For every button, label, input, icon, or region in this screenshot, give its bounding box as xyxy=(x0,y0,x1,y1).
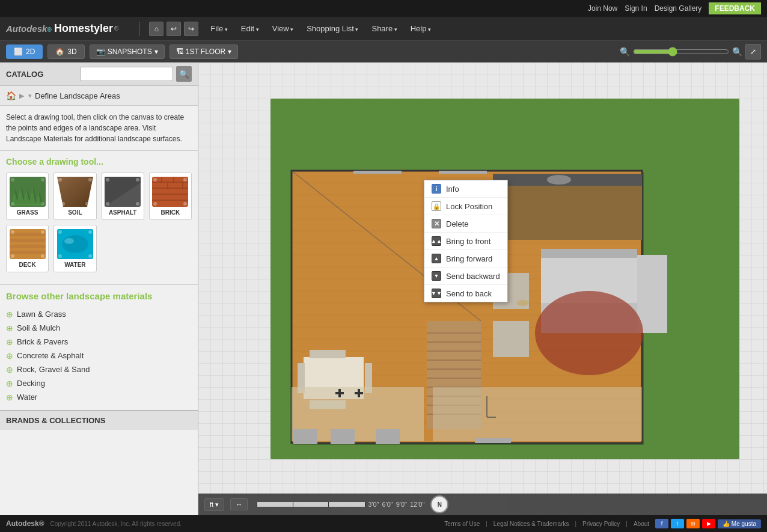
ctx-bring-forward[interactable]: ▲ Bring forward xyxy=(424,250,507,268)
svg-point-15 xyxy=(136,178,139,182)
snapshots-chevron: ▾ xyxy=(154,47,158,56)
menu-share[interactable]: Share xyxy=(365,22,403,35)
deck-tool-icon xyxy=(10,229,46,259)
brick-pavers-icon: ⊕ xyxy=(6,338,13,346)
search-button[interactable]: 🔍 xyxy=(176,66,192,82)
ctx-send-backward[interactable]: ▼ Send backward xyxy=(424,268,507,285)
ctx-lock-position[interactable]: 🔒 Lock Position xyxy=(424,198,507,215)
browse-brick-pavers[interactable]: ⊕ Brick & Pavers xyxy=(6,335,192,349)
browse-rock-gravel[interactable]: ⊕ Rock, Gravel & Sand xyxy=(6,362,192,376)
home-button[interactable]: ⌂ xyxy=(149,22,163,36)
breadcrumb-dropdown-icon[interactable]: ▾ xyxy=(28,92,32,100)
scale-6: 6'0" xyxy=(382,501,393,508)
breadcrumb-title: Define Landscape Areas xyxy=(35,91,120,100)
browse-concrete-asphalt[interactable]: ⊕ Concrete & Asphalt xyxy=(6,349,192,362)
menu-edit[interactable]: Edit xyxy=(235,22,265,35)
concrete-asphalt-icon: ⊕ xyxy=(6,352,13,360)
terms-link[interactable]: Terms of Use xyxy=(444,521,480,527)
svg-point-29 xyxy=(153,202,157,206)
legal-link[interactable]: Legal Notices & Trademarks xyxy=(494,521,569,527)
compass: N xyxy=(430,495,448,513)
soil-tool-label: SOIL xyxy=(68,209,82,216)
scale-12: 12'0" xyxy=(410,501,424,508)
tool-water[interactable]: WATER xyxy=(53,225,96,272)
svg-point-44 xyxy=(88,230,92,234)
ctx-send-backward-label: Send backward xyxy=(446,272,500,281)
menu-help[interactable]: Help xyxy=(405,22,437,35)
bottom-bar: ft ▾ ↔ 3'0" 6'0" 9'0" 12'0" N xyxy=(198,494,767,515)
snapshots-button[interactable]: 📷 SNAPSHOTS ▾ xyxy=(90,44,165,59)
floor-button[interactable]: 🏗 1ST FLOOR ▾ xyxy=(170,44,238,59)
asphalt-tool-icon xyxy=(105,177,141,207)
sign-in-link[interactable]: Sign In xyxy=(625,4,647,13)
tool-brick[interactable]: BRICK xyxy=(149,173,192,220)
browse-lawn-grass[interactable]: ⊕ Lawn & Grass xyxy=(6,307,192,321)
fullscreen-button[interactable]: ⤢ xyxy=(745,44,761,60)
send-back-icon: ▼▼ xyxy=(432,289,441,298)
menu-view[interactable]: View xyxy=(266,22,299,35)
context-menu: i Info 🔒 Lock Position ✕ Delete ▲▲ Bring… xyxy=(424,180,508,302)
ctx-lock-label: Lock Position xyxy=(446,202,492,211)
browse-soil-mulch[interactable]: ⊕ Soil & Mulch xyxy=(6,321,192,335)
view-3d-button[interactable]: 🏠 3D xyxy=(47,44,84,59)
menu-shopping-list[interactable]: Shopping List xyxy=(301,22,364,35)
lock-icon: 🔒 xyxy=(432,201,441,211)
view-3d-label: 3D xyxy=(67,47,76,56)
tool-grass[interactable]: GRASS xyxy=(6,173,49,220)
svg-point-9 xyxy=(88,178,92,182)
search-input[interactable] xyxy=(80,67,173,81)
tool-deck[interactable]: DECK xyxy=(6,225,49,272)
ctx-info[interactable]: i Info xyxy=(424,180,507,198)
breadcrumb-home-icon[interactable]: 🏠 xyxy=(6,91,16,100)
browse-decking[interactable]: ⊕ Decking xyxy=(6,376,192,390)
feedback-button[interactable]: FEEDBACK xyxy=(709,2,761,14)
camera-icon: 📷 xyxy=(96,47,105,56)
scale-ruler: 3'0" 6'0" 9'0" 12'0" xyxy=(254,501,424,508)
join-now-link[interactable]: Join Now xyxy=(588,4,617,13)
svg-point-3 xyxy=(11,178,14,182)
drawing-tools-section: Choose a drawing tool... xyxy=(0,151,198,284)
zoom-slider[interactable] xyxy=(633,47,729,57)
browse-brick-pavers-label: Brick & Pavers xyxy=(17,337,68,346)
ctx-send-back[interactable]: ▼▼ Send to back xyxy=(424,285,507,302)
youtube-icon[interactable]: ▶ xyxy=(702,519,715,528)
svg-point-16 xyxy=(106,202,109,206)
ctx-delete[interactable]: ✕ Delete xyxy=(424,215,507,233)
brick-tool-icon xyxy=(152,177,188,207)
ctx-bring-front[interactable]: ▲▲ Bring to front xyxy=(424,233,507,250)
tool-asphalt[interactable]: ASPHALT xyxy=(102,173,144,220)
send-backward-icon: ▼ xyxy=(432,271,441,281)
facebook-icon[interactable]: f xyxy=(655,519,668,528)
catalog-header: CATALOG 🔍 xyxy=(0,63,198,86)
view-2d-button[interactable]: ⬜ 2D xyxy=(6,44,43,59)
deck-tool-label: DECK xyxy=(19,261,35,268)
floor-icon: 🏗 xyxy=(176,47,183,56)
top-bar: Join Now Sign In Design Gallery FEEDBACK xyxy=(0,0,767,17)
zoom-in-icon[interactable]: 🔍 xyxy=(732,47,742,57)
svg-rect-32 xyxy=(10,233,46,236)
canvas-area[interactable]: i Info 🔒 Lock Position ✕ Delete ▲▲ Bring… xyxy=(198,63,767,515)
twitter-icon[interactable]: t xyxy=(671,519,684,528)
menu-file[interactable]: File xyxy=(204,22,233,35)
browse-section: Browse other landscape materials ⊕ Lawn … xyxy=(0,284,198,410)
sidebar-description: Select a drawing tool, then click on the… xyxy=(0,106,198,151)
like-button[interactable]: 👍 Me gusta xyxy=(718,519,761,528)
about-link[interactable]: About xyxy=(634,521,649,527)
browse-water[interactable]: ⊕ Water xyxy=(6,390,192,404)
redo-button[interactable]: ↪ xyxy=(184,22,198,36)
zoom-bar: 🔍 🔍 ⤢ xyxy=(620,44,761,60)
tool-soil[interactable]: SOIL xyxy=(53,173,96,220)
zoom-out-icon[interactable]: 🔍 xyxy=(620,47,630,57)
svg-point-37 xyxy=(41,230,44,234)
privacy-link[interactable]: Privacy Policy xyxy=(582,521,620,527)
unit-button[interactable]: ft ▾ xyxy=(204,498,224,511)
rss-icon[interactable]: ⊞ xyxy=(686,519,700,528)
footer-copyright: Copyright 2011 Autodesk, Inc. All rights… xyxy=(50,521,439,527)
ctx-delete-label: Delete xyxy=(446,219,469,228)
undo-button[interactable]: ↩ xyxy=(167,22,181,36)
measure-button[interactable]: ↔ xyxy=(230,498,248,510)
design-gallery-link[interactable]: Design Gallery xyxy=(655,4,702,13)
soil-tool-icon xyxy=(57,177,93,207)
svg-point-27 xyxy=(153,178,157,182)
sep2: | xyxy=(575,521,576,527)
